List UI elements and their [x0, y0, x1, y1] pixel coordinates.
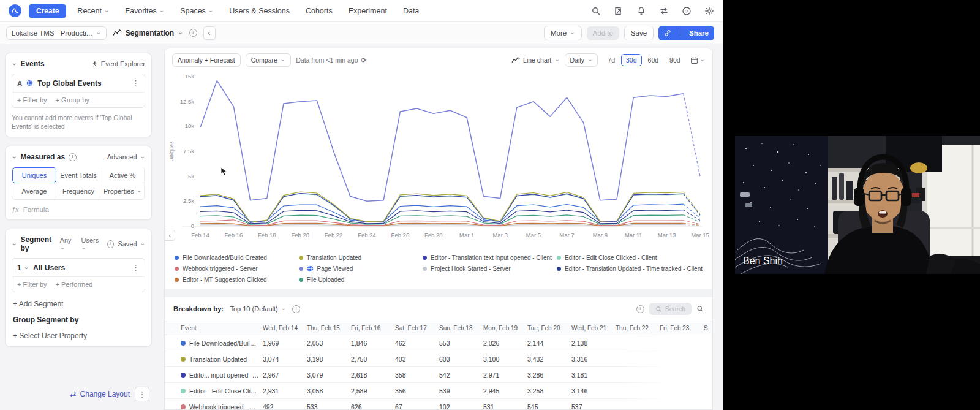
- range-30d[interactable]: 30d: [621, 54, 642, 66]
- legend-item[interactable]: File Uploaded: [299, 276, 418, 283]
- calendar-dropdown[interactable]: [690, 56, 705, 64]
- segment-options-kebab[interactable]: [132, 263, 140, 272]
- range-60d[interactable]: 60d: [643, 54, 664, 66]
- series-line[interactable]: [200, 194, 684, 223]
- measured-as-option-active-[interactable]: Active %: [100, 167, 145, 183]
- measured-as-option-uniques[interactable]: Uniques: [12, 167, 56, 183]
- table-row[interactable]: File Downloaded/Build Cre...1,9692,0531,…: [165, 335, 712, 351]
- share-button[interactable]: Share: [658, 26, 714, 40]
- collapse-section-icon[interactable]: [12, 240, 17, 246]
- legend-item[interactable]: Editor - MT Suggestion Clicked: [175, 276, 294, 283]
- legend-item[interactable]: Editor - Translation text input opened -…: [423, 254, 552, 261]
- table-row[interactable]: Translation Updated3,0743,1982,750403603…: [165, 351, 712, 367]
- nav-item-favorites[interactable]: Favorites: [125, 7, 164, 15]
- release-notes-icon[interactable]: [614, 6, 624, 16]
- help-icon[interactable]: ?: [682, 6, 692, 16]
- breakdown-selector[interactable]: Top 10 (Default): [230, 305, 286, 313]
- search-icon[interactable]: [696, 305, 704, 313]
- legend-item[interactable]: File Downloaded/Build Created: [175, 254, 294, 261]
- more-button[interactable]: More: [544, 26, 582, 40]
- date-column-header[interactable]: Thu, Feb 22: [616, 325, 660, 332]
- date-column-header[interactable]: Sat, Feb 17: [395, 325, 439, 332]
- legend-item[interactable]: Editor - Translation Updated - Time trac…: [557, 265, 703, 272]
- event-explorer-button[interactable]: Event Explorer: [91, 60, 145, 67]
- table-row[interactable]: Edito... input opened - Client2,9673,079…: [165, 367, 712, 383]
- nav-item-data[interactable]: Data: [403, 7, 419, 15]
- date-column-header[interactable]: Sun, Feb 18: [439, 325, 483, 332]
- advanced-dropdown[interactable]: Advanced: [107, 153, 145, 161]
- date-column-header[interactable]: Fri, Feb 16: [351, 325, 395, 332]
- legend-item[interactable]: Editor - Edit Close Clicked - Client: [557, 254, 703, 261]
- breakdown-search-box[interactable]: Search: [649, 303, 692, 315]
- nav-item-cohorts[interactable]: Cohorts: [306, 7, 333, 15]
- date-column-header[interactable]: S: [704, 325, 713, 332]
- event-column-header[interactable]: Event: [181, 325, 263, 332]
- measured-as-option-event-totals[interactable]: Event Totals: [56, 167, 100, 183]
- info-icon[interactable]: [189, 29, 197, 37]
- date-column-header[interactable]: Mon, Feb 19: [483, 325, 527, 332]
- info-icon[interactable]: [69, 153, 77, 161]
- search-icon[interactable]: [591, 6, 601, 16]
- measured-as-option-average[interactable]: Average: [12, 183, 56, 199]
- granularity-dropdown[interactable]: Daily: [565, 53, 598, 67]
- date-column-header[interactable]: Wed, Feb 14: [263, 325, 307, 332]
- date-column-header[interactable]: Fri, Feb 23: [660, 325, 704, 332]
- group-by-button[interactable]: + Group-by: [56, 96, 89, 104]
- save-button[interactable]: Save: [624, 26, 654, 40]
- segment-row-all-users[interactable]: 1 All Users + Filter by + Performed: [12, 258, 145, 292]
- users-dropdown[interactable]: Users: [81, 237, 102, 251]
- event-row-top-global-events[interactable]: A Top Global Events + Filter by + Group-…: [12, 74, 145, 108]
- copy-link-icon[interactable]: [658, 29, 677, 37]
- series-line[interactable]: [200, 194, 684, 222]
- date-column-header[interactable]: Thu, Feb 15: [307, 325, 351, 332]
- collapse-panel-button[interactable]: ‹: [203, 26, 216, 40]
- nav-item-users-sessions[interactable]: Users & Sessions: [229, 7, 290, 15]
- webcam-video[interactable]: F: [735, 136, 980, 274]
- notifications-bell-icon[interactable]: [636, 6, 646, 16]
- table-row[interactable]: Editor - Edit Close Clicked -...2,9313,0…: [165, 383, 712, 399]
- project-selector[interactable]: Lokalise TMS - Producti...: [6, 26, 107, 40]
- layout-options-kebab[interactable]: [135, 387, 149, 401]
- chart-collapse-left-button[interactable]: ‹: [165, 230, 175, 241]
- measured-as-option-frequency[interactable]: Frequency: [56, 183, 100, 199]
- date-column-header[interactable]: Wed, Feb 21: [571, 325, 616, 332]
- date-column-header[interactable]: Tue, Feb 20: [527, 325, 571, 332]
- info-icon[interactable]: [636, 305, 644, 313]
- legend-item[interactable]: Page Viewed: [299, 265, 418, 272]
- series-line[interactable]: [200, 215, 684, 224]
- amplitude-logo-icon[interactable]: [9, 4, 21, 17]
- add-to-button[interactable]: Add to: [587, 26, 619, 40]
- segment-performed-button[interactable]: + Performed: [56, 281, 93, 288]
- segmentation-line-chart[interactable]: 02.5k5k7.5k10k12.5k15kUniquesFeb 14Feb 1…: [165, 69, 712, 251]
- range-7d[interactable]: 7d: [603, 54, 620, 66]
- table-row[interactable]: Webhook triggered - Server49253362667102…: [165, 399, 712, 410]
- view-type-selector[interactable]: Segmentation: [113, 29, 183, 37]
- settings-gear-icon[interactable]: [704, 6, 714, 16]
- change-layout-button[interactable]: Change Layout: [70, 390, 130, 398]
- legend-item[interactable]: Translation Updated: [299, 254, 418, 261]
- formula-button[interactable]: ƒx Formula: [12, 206, 145, 213]
- info-icon[interactable]: [292, 305, 300, 313]
- collapse-section-icon[interactable]: [12, 153, 17, 159]
- info-icon[interactable]: [107, 240, 114, 248]
- refresh-icon[interactable]: [361, 56, 367, 64]
- measured-as-option-properties[interactable]: Properties: [100, 183, 145, 199]
- nav-item-spaces[interactable]: Spaces: [180, 7, 213, 15]
- chart-type-dropdown[interactable]: Line chart: [511, 56, 560, 64]
- nav-item-recent[interactable]: Recent: [77, 7, 109, 15]
- create-button[interactable]: Create: [29, 4, 66, 18]
- collapse-section-icon[interactable]: [12, 60, 17, 66]
- select-user-property-button[interactable]: + Select User Property: [13, 332, 144, 340]
- add-segment-button[interactable]: + Add Segment: [13, 300, 144, 308]
- saved-dropdown[interactable]: Saved: [118, 240, 145, 248]
- event-options-kebab[interactable]: [132, 78, 140, 88]
- anomaly-forecast-button[interactable]: Anomaly + Forecast: [172, 53, 241, 67]
- filter-by-button[interactable]: + Filter by: [17, 96, 47, 104]
- segment-number-dropdown[interactable]: 1: [17, 264, 29, 272]
- nav-item-experiment[interactable]: Experiment: [349, 7, 387, 15]
- any-dropdown[interactable]: Any: [60, 237, 75, 251]
- compare-button[interactable]: Compare: [246, 53, 292, 67]
- segment-filter-by-button[interactable]: + Filter by: [17, 281, 47, 288]
- series-line[interactable]: [200, 81, 684, 202]
- legend-item[interactable]: Project Hook Started - Server: [423, 265, 552, 272]
